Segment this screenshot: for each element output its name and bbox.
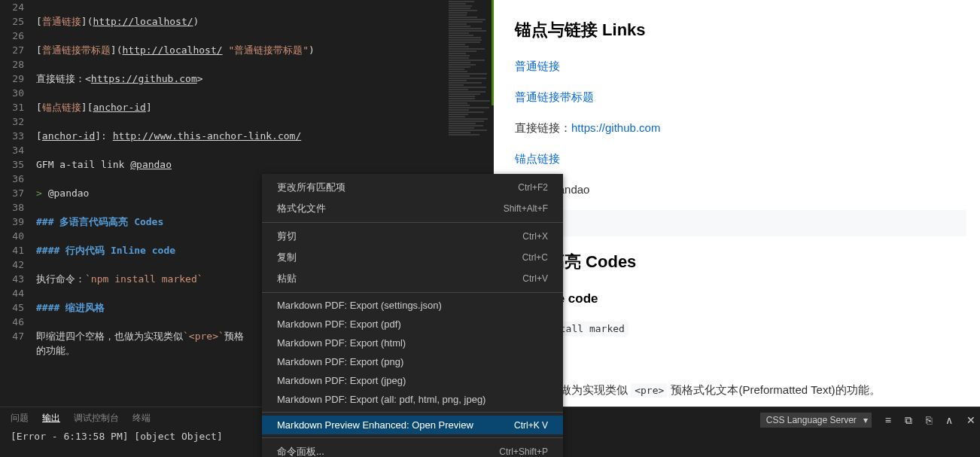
line-number: 30	[0, 86, 24, 100]
menu-item[interactable]: 更改所有匹配项Ctrl+F2	[262, 177, 563, 198]
menu-item-shortcut: Ctrl+C	[522, 252, 548, 263]
menu-item-shortcut: Shift+Alt+F	[504, 203, 548, 214]
code-line[interactable]	[36, 57, 494, 72]
output-channel-select[interactable]: CSS Language Server	[760, 413, 872, 428]
preview-npm-line: npm install marked	[515, 318, 959, 338]
tab-terminal[interactable]: 终端	[132, 412, 151, 425]
editor-context-menu[interactable]: 更改所有匹配项Ctrl+F2格式化文件Shift+Alt+F剪切Ctrl+X复制…	[262, 174, 563, 457]
menu-item[interactable]: 格式化文件Shift+Alt+F	[262, 198, 563, 219]
menu-item-label: 命令面板...	[277, 445, 324, 457]
menu-item[interactable]: Markdown PDF: Export (html)	[262, 334, 563, 352]
menu-separator	[262, 412, 563, 413]
menu-item[interactable]: Markdown Preview Enhanced: Open PreviewC…	[262, 416, 563, 434]
minimap-diff-indicator	[492, 0, 494, 105]
menu-item[interactable]: 粘贴Ctrl+V	[262, 268, 563, 289]
code-line[interactable]	[36, 0, 494, 14]
menu-item-label: 更改所有匹配项	[277, 181, 345, 194]
tab-output[interactable]: 输出	[42, 412, 60, 425]
menu-item-label: Markdown Preview Enhanced: Open Preview	[277, 419, 473, 431]
line-number-gutter: 2425262728293031323334353637383940414243…	[0, 0, 36, 407]
line-number: 45	[0, 300, 24, 315]
menu-item-shortcut: Ctrl+X	[522, 231, 548, 242]
menu-item-label: Markdown PDF: Export (all: pdf, html, pn…	[277, 394, 485, 405]
panel-toolbar: CSS Language Server ≡ ⧉ ⎘ ∧ ✕	[760, 413, 975, 428]
code-line[interactable]: [锚点链接][anchor-id]	[36, 100, 494, 114]
code-line[interactable]	[36, 29, 494, 43]
menu-item[interactable]: 剪切Ctrl+X	[262, 226, 563, 247]
menu-item-label: 剪切	[277, 230, 297, 243]
line-number: 46	[0, 315, 24, 329]
code-line[interactable]: 直接链接：<https://github.com>	[36, 72, 494, 86]
preview-anchor-link[interactable]: 锚点链接	[515, 152, 560, 165]
line-number: 24	[0, 0, 24, 14]
line-number: 38	[0, 200, 24, 215]
line-number: 47	[0, 329, 24, 343]
preview-heading-indent: 各	[515, 349, 959, 372]
line-number: 39	[0, 215, 24, 229]
code-line[interactable]: [anchor-id]: http://www.this-anchor-link…	[36, 129, 494, 143]
line-number: 44	[0, 286, 24, 300]
menu-item-shortcut: Ctrl+V	[522, 273, 548, 284]
preview-tail-link: l link @pandao	[515, 179, 959, 200]
split-icon[interactable]: ⧉	[905, 414, 912, 427]
code-line[interactable]	[36, 86, 494, 100]
menu-item-label: 复制	[277, 251, 297, 264]
line-number: 26	[0, 29, 24, 43]
line-number: 36	[0, 172, 24, 186]
menu-item-label: Markdown PDF: Export (html)	[277, 337, 406, 349]
menu-item-label: 格式化文件	[277, 202, 326, 215]
menu-item[interactable]: Markdown PDF: Export (jpeg)	[262, 371, 563, 390]
preview-indent-paragraph: 空格，也做为实现类似 <pre> 预格式化文本(Preformatted Tex…	[515, 379, 959, 400]
menu-item[interactable]: 复制Ctrl+C	[262, 247, 563, 268]
code-line[interactable]: GFM a-tail link @pandao	[36, 157, 494, 172]
code-line[interactable]: [普通链接带标题](http://localhost/ "普通链接带标题")	[36, 43, 494, 57]
line-number: 32	[0, 114, 24, 129]
menu-item[interactable]: Markdown PDF: Export (pdf)	[262, 315, 563, 334]
menu-item-label: Markdown PDF: Export (pdf)	[277, 318, 401, 330]
line-number: 31	[0, 100, 24, 114]
menu-item-label: Markdown PDF: Export (png)	[277, 356, 403, 367]
clear-icon[interactable]: ⎘	[926, 414, 932, 426]
line-number: 34	[0, 143, 24, 157]
code-line[interactable]: [普通链接](http://localhost/)	[36, 14, 494, 29]
preview-heading-links: 锚点与链接 Links	[515, 15, 959, 45]
list-icon[interactable]: ≡	[885, 414, 891, 426]
preview-pre-code: <pre>	[631, 383, 668, 398]
line-number: 41	[0, 243, 24, 257]
markdown-preview-pane: 锚点与链接 Links 普通链接 普通链接带标题 直接链接：https://gi…	[494, 0, 980, 407]
line-number: 28	[0, 57, 24, 72]
preview-heading-codes: 代码高亮 Codes	[515, 247, 959, 277]
menu-item-shortcut: Ctrl+Shift+P	[499, 446, 548, 457]
menu-item[interactable]: 命令面板...Ctrl+Shift+P	[262, 441, 563, 457]
menu-separator	[262, 437, 563, 438]
line-number: 35	[0, 157, 24, 172]
preview-heading-inline: 马 Inline code	[515, 288, 959, 311]
line-number: 43	[0, 272, 24, 286]
line-number: 40	[0, 229, 24, 243]
line-number: 42	[0, 257, 24, 272]
menu-item[interactable]: Markdown PDF: Export (all: pdf, html, pn…	[262, 390, 563, 409]
line-number: 33	[0, 129, 24, 143]
menu-item[interactable]: Markdown PDF: Export (png)	[262, 352, 563, 371]
preview-direct-link[interactable]: https://github.com	[571, 121, 660, 134]
menu-item[interactable]: Markdown PDF: Export (settings.json)	[262, 296, 563, 315]
tab-problems[interactable]: 问题	[11, 412, 29, 425]
preview-link-plain[interactable]: 普通链接	[515, 59, 560, 72]
chevron-up-icon[interactable]: ∧	[945, 414, 953, 426]
line-number: 29	[0, 72, 24, 86]
code-line[interactable]	[36, 143, 494, 157]
menu-separator	[262, 222, 563, 223]
code-line[interactable]	[36, 114, 494, 129]
preview-direct-link-line: 直接链接：https://github.com	[515, 117, 959, 138]
preview-link-titled[interactable]: 普通链接带标题	[515, 90, 594, 103]
close-icon[interactable]: ✕	[966, 414, 975, 426]
menu-item-shortcut: Ctrl+F2	[518, 182, 548, 193]
line-number: 27	[0, 43, 24, 57]
menu-item-label: Markdown PDF: Export (jpeg)	[277, 375, 406, 386]
line-number: 25	[0, 14, 24, 29]
line-number: 37	[0, 186, 24, 200]
menu-item-label: Markdown PDF: Export (settings.json)	[277, 300, 442, 311]
preview-code-block: ao	[515, 210, 966, 236]
menu-separator	[262, 292, 563, 293]
tab-debug-console[interactable]: 调试控制台	[74, 412, 119, 425]
